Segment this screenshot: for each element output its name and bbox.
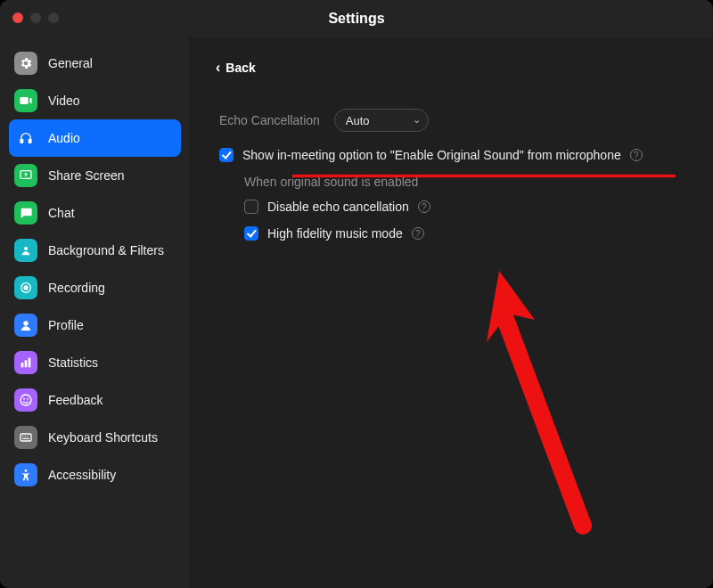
- background-icon: [14, 239, 37, 262]
- sidebar-item-label: Audio: [48, 131, 80, 145]
- help-icon[interactable]: ?: [630, 149, 643, 161]
- sidebar-item-chat[interactable]: Chat: [9, 194, 181, 232]
- sidebar-item-general[interactable]: General: [9, 45, 181, 82]
- window-controls: [12, 12, 59, 23]
- hifi-music-label: High fidelity music mode: [267, 226, 403, 241]
- sidebar-item-label: Share Screen: [48, 168, 125, 183]
- svg-point-12: [27, 398, 29, 400]
- sidebar-item-recording[interactable]: Recording: [9, 269, 181, 306]
- sidebar-item-background-filters[interactable]: Background & Filters: [9, 232, 181, 269]
- sidebar-item-label: General: [48, 56, 93, 70]
- svg-point-6: [23, 321, 28, 325]
- sidebar-item-feedback[interactable]: Feedback: [9, 381, 181, 419]
- sidebar-item-label: Accessibility: [48, 468, 116, 482]
- svg-rect-0: [20, 139, 23, 143]
- svg-point-10: [20, 395, 31, 405]
- back-button[interactable]: ‹ Back: [216, 61, 688, 75]
- echo-cancellation-value: Auto: [346, 114, 370, 127]
- accessibility-icon: [14, 463, 37, 486]
- chevron-down-icon: ⌄: [413, 114, 421, 126]
- sidebar-item-label: Statistics: [48, 355, 98, 370]
- keyboard-icon: [14, 426, 37, 449]
- sidebar-item-label: Recording: [48, 281, 105, 295]
- show-original-sound-row: Show in-meeting option to "Enable Origin…: [219, 148, 688, 162]
- original-sound-subsection: Disable echo cancellation ? High fidelit…: [244, 200, 688, 241]
- svg-point-3: [24, 247, 28, 250]
- content-pane: ‹ Back Echo Cancellation Auto ⌄ Show in-…: [191, 37, 713, 588]
- titlebar: Settings: [0, 0, 713, 37]
- sidebar-item-statistics[interactable]: Statistics: [9, 344, 181, 381]
- minimize-window-button[interactable]: [30, 12, 41, 23]
- headphones-icon: [14, 127, 37, 150]
- disable-echo-label: Disable echo cancellation: [267, 200, 409, 214]
- chat-icon: [14, 201, 37, 225]
- share-screen-icon: [14, 164, 37, 187]
- zoom-window-button[interactable]: [48, 12, 59, 23]
- hifi-music-checkbox[interactable]: [244, 226, 258, 241]
- window-body: General Video Audio Share Screen: [0, 37, 713, 588]
- sidebar-item-profile[interactable]: Profile: [9, 306, 181, 344]
- record-icon: [14, 276, 37, 299]
- help-icon[interactable]: ?: [418, 200, 430, 213]
- sidebar-item-label: Profile: [48, 318, 84, 332]
- disable-echo-checkbox[interactable]: [244, 200, 258, 214]
- svg-rect-7: [21, 363, 24, 367]
- disable-echo-row: Disable echo cancellation ?: [244, 200, 688, 214]
- sidebar-item-label: Background & Filters: [48, 243, 164, 257]
- feedback-icon: [14, 388, 37, 412]
- sidebar-item-keyboard-shortcuts[interactable]: Keyboard Shortcuts: [9, 419, 181, 456]
- chevron-left-icon: ‹: [216, 61, 220, 75]
- sidebar-item-share-screen[interactable]: Share Screen: [9, 157, 181, 194]
- svg-point-5: [24, 286, 28, 290]
- sidebar-item-label: Keyboard Shortcuts: [48, 430, 158, 445]
- svg-point-14: [25, 470, 28, 472]
- sidebar-item-audio[interactable]: Audio: [9, 119, 181, 157]
- back-label: Back: [225, 61, 255, 75]
- svg-rect-13: [20, 434, 31, 441]
- sidebar-item-label: Video: [48, 94, 80, 108]
- video-icon: [14, 89, 37, 112]
- hifi-music-row: High fidelity music mode ?: [244, 226, 688, 241]
- echo-cancellation-label: Echo Cancellation: [219, 113, 320, 127]
- gear-icon: [14, 52, 37, 75]
- svg-rect-9: [29, 358, 31, 368]
- statistics-icon: [14, 351, 37, 374]
- window-title: Settings: [328, 11, 384, 27]
- svg-point-11: [23, 398, 25, 400]
- show-original-sound-checkbox[interactable]: [219, 148, 234, 162]
- echo-cancellation-select[interactable]: Auto ⌄: [334, 109, 429, 132]
- show-original-sound-label: Show in-meeting option to "Enable Origin…: [242, 148, 621, 162]
- annotation-arrow: [485, 267, 610, 535]
- sidebar-item-accessibility[interactable]: Accessibility: [9, 456, 181, 494]
- sidebar-item-label: Feedback: [48, 393, 102, 407]
- annotation-underline: [292, 175, 676, 177]
- echo-cancellation-row: Echo Cancellation Auto ⌄: [219, 109, 688, 132]
- sidebar-item-label: Chat: [48, 206, 75, 220]
- sidebar-item-video[interactable]: Video: [9, 82, 181, 119]
- svg-rect-8: [25, 360, 28, 367]
- sidebar: General Video Audio Share Screen: [0, 37, 191, 588]
- help-icon[interactable]: ?: [412, 227, 424, 240]
- svg-rect-1: [29, 139, 31, 143]
- close-window-button[interactable]: [12, 12, 23, 23]
- settings-window: Settings General Video Audio: [0, 0, 713, 588]
- profile-icon: [14, 314, 37, 337]
